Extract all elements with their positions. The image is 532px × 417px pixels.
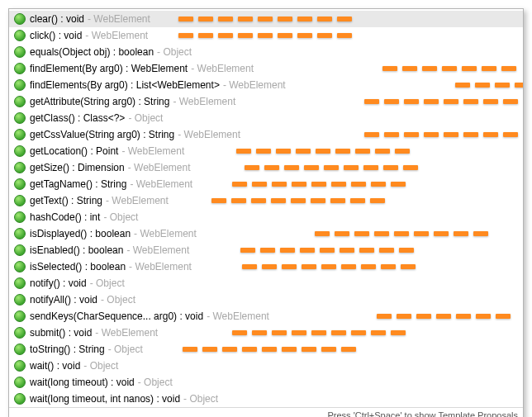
highlight-marker [178, 17, 352, 23]
proposal-item[interactable]: equals(Object obj) : boolean - Object [9, 44, 523, 60]
proposal-item[interactable]: getCssValue(String arg0) : String - WebE… [9, 126, 523, 143]
proposal-item[interactable]: getTagName() : String - WebElement [9, 176, 523, 192]
highlight-marker [240, 248, 414, 254]
proposal-item[interactable]: findElements(By arg0) : List<WebElement>… [9, 77, 523, 93]
proposal-item[interactable]: isDisplayed() : boolean - WebElement [9, 225, 523, 242]
proposal-signature: findElement(By arg0) : WebElement [30, 63, 188, 74]
proposal-source: - WebElement [191, 63, 254, 74]
highlight-marker [242, 264, 416, 271]
proposal-source: - WebElement [223, 79, 286, 91]
proposal-source: - Object [108, 344, 143, 355]
proposal-item[interactable]: submit() : void - WebElement [9, 325, 523, 341]
proposal-signature: submit() : void [30, 327, 92, 339]
proposal-item[interactable]: sendKeys(CharSequence... arg0) : void - … [9, 308, 523, 325]
proposal-signature: notifyAll() : void [30, 294, 97, 306]
proposal-signature: getClass() : Class<?> [30, 112, 125, 124]
proposal-signature: clear() : void [30, 13, 84, 25]
method-public-icon [14, 211, 26, 223]
proposal-source: - WebElement [106, 195, 169, 206]
proposal-source: - Object [128, 112, 163, 124]
highlight-marker [382, 66, 516, 73]
proposal-source: - WebElement [173, 96, 235, 107]
method-public-icon [14, 228, 26, 239]
proposal-source: - WebElement [134, 228, 197, 239]
proposal-signature: isEnabled() : boolean [30, 244, 123, 256]
method-public-icon [14, 360, 26, 372]
proposal-signature: getCssValue(String arg0) : String [30, 129, 174, 140]
method-public-icon [14, 96, 26, 107]
proposal-source: - WebElement [130, 178, 192, 190]
method-public-icon [14, 63, 26, 74]
proposal-item[interactable]: clear() : void - WebElement [9, 11, 523, 27]
method-public-icon [14, 79, 26, 91]
proposal-source: - Object [183, 393, 218, 405]
proposal-signature: toString() : String [30, 344, 105, 355]
proposal-item[interactable]: wait(long timeout, int nanos) : void - O… [9, 391, 523, 407]
proposal-signature: getSize() : Dimension [30, 162, 125, 173]
highlight-marker [364, 99, 518, 106]
method-public-icon [14, 244, 26, 256]
proposal-item[interactable]: notify() : void - Object [9, 275, 523, 291]
proposal-source: - Object [157, 46, 192, 58]
highlight-marker [211, 198, 385, 205]
proposal-signature: findElements(By arg0) : List<WebElement> [30, 79, 220, 91]
proposal-item[interactable]: isSelected() : boolean - WebElement [9, 258, 523, 275]
proposal-signature: getText() : String [30, 195, 102, 206]
proposal-signature: sendKeys(CharSequence... arg0) : void [30, 310, 203, 322]
proposal-signature: isDisplayed() : boolean [30, 228, 131, 239]
proposal-signature: getLocation() : Point [30, 145, 118, 157]
method-public-icon [14, 30, 26, 41]
method-public-icon [14, 195, 26, 206]
proposal-item[interactable]: getAttribute(String arg0) : String - Web… [9, 93, 523, 110]
highlight-marker [236, 149, 410, 155]
proposal-item[interactable]: notifyAll() : void - Object [9, 291, 523, 308]
proposal-signature: wait(long timeout) : void [30, 377, 135, 388]
highlight-marker [315, 231, 488, 238]
highlight-marker [377, 314, 511, 320]
method-public-icon [14, 327, 26, 339]
proposal-source: - WebElement [207, 310, 269, 322]
proposal-item[interactable]: wait() : void - Object [9, 358, 523, 374]
method-public-icon [14, 261, 26, 272]
proposal-source: - WebElement [128, 162, 191, 173]
proposal-signature: click() : void [30, 30, 82, 41]
proposal-item[interactable]: click() : void - WebElement [9, 27, 523, 44]
proposal-signature: equals(Object obj) : boolean [30, 46, 154, 58]
proposal-item[interactable]: getSize() : Dimension - WebElement [9, 159, 523, 176]
proposal-source: - WebElement [88, 13, 150, 25]
method-public-icon [14, 178, 26, 190]
proposal-item[interactable]: hashCode() : int - Object [9, 209, 523, 225]
proposal-signature: getTagName() : String [30, 178, 126, 190]
proposal-item[interactable]: toString() : String - Object [9, 341, 523, 358]
footer-hint: Press 'Ctrl+Space' to show Template Prop… [9, 407, 523, 417]
proposal-signature: getAttribute(String arg0) : String [30, 96, 169, 107]
proposal-item[interactable]: wait(long timeout) : void - Object [9, 374, 523, 391]
proposal-source: - Object [90, 277, 125, 289]
method-public-icon [14, 145, 26, 157]
proposal-source: - WebElement [121, 145, 184, 157]
autocomplete-popup: clear() : void - WebElementclick() : voi… [8, 8, 524, 417]
method-public-icon [14, 46, 26, 58]
proposal-source: - Object [101, 294, 135, 306]
method-public-icon [14, 13, 26, 25]
proposal-source: - WebElement [126, 244, 189, 256]
method-public-icon [14, 129, 26, 140]
proposal-item[interactable]: findElement(By arg0) : WebElement - WebE… [9, 60, 523, 77]
proposal-item[interactable]: getLocation() : Point - WebElement [9, 143, 523, 159]
proposal-item[interactable]: isEnabled() : boolean - WebElement [9, 242, 523, 258]
proposal-source: - WebElement [95, 327, 158, 339]
proposal-item[interactable]: getClass() : Class<?> - Object [9, 110, 523, 126]
method-public-icon [14, 277, 26, 289]
method-public-icon [14, 310, 26, 322]
proposal-list[interactable]: clear() : void - WebElementclick() : voi… [9, 9, 523, 407]
proposal-item[interactable]: getText() : String - WebElement [9, 192, 523, 209]
method-public-icon [14, 294, 26, 306]
highlight-marker [183, 347, 356, 353]
proposal-signature: notify() : void [30, 277, 87, 289]
proposal-source: - Object [83, 360, 118, 372]
highlight-marker [245, 165, 418, 172]
method-public-icon [14, 162, 26, 173]
proposal-source: - WebElement [178, 129, 240, 140]
method-public-icon [14, 377, 26, 388]
highlight-marker [455, 83, 523, 89]
